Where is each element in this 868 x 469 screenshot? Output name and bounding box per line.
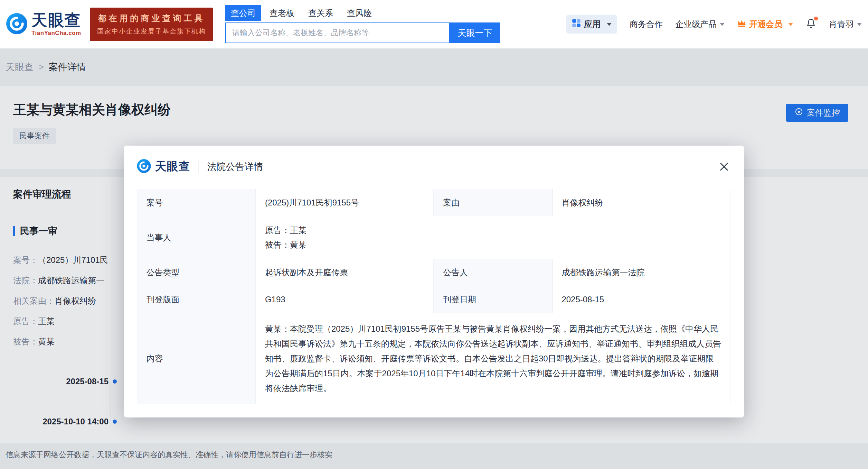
table-value-parties: 原告：王某 被告：黄某: [256, 216, 731, 259]
table-label-announcement-type: 公告类型: [138, 259, 256, 286]
search-tab-risk[interactable]: 查风险: [341, 5, 377, 21]
search-box: [225, 22, 450, 43]
logo-domain-text: TianYanCha.com: [31, 30, 81, 37]
nav-enterprise-products-label: 企业级产品: [675, 19, 717, 30]
modal-close-button[interactable]: [717, 160, 731, 174]
table-value-case-number: (2025)川7101民初9155号: [256, 189, 434, 216]
chevron-down-icon: [720, 23, 725, 26]
apps-grid-icon: [572, 19, 581, 30]
table-label-content: 内容: [138, 313, 256, 404]
tianyancha-logo[interactable]: 天眼查 TianYanCha.com: [6, 12, 81, 37]
modal-header: 天眼查 法院公告详情: [124, 146, 744, 174]
page: 天眼查 TianYanCha.com 都在用的商业查询工具 国家中小企业发展子基…: [0, 0, 868, 469]
apps-menu[interactable]: 应用: [566, 15, 617, 34]
user-account-menu[interactable]: 肖青羽: [829, 19, 862, 30]
table-value-page-section: G193: [256, 286, 434, 313]
search-tab-boss[interactable]: 查老板: [264, 5, 300, 21]
chevron-down-icon: [857, 23, 862, 26]
table-value-cause: 肖像权纠纷: [553, 189, 730, 216]
notifications-button[interactable]: [805, 18, 817, 31]
modal-title: 法院公告详情: [207, 160, 263, 173]
table-label-page-section: 刊登版面: [138, 286, 256, 313]
table-value-announcer: 成都铁路运输第一法院: [553, 259, 730, 286]
table-label-announcer: 公告人: [434, 259, 553, 286]
tianyancha-logo-icon: [6, 13, 27, 36]
modal-brand-text: 天眼查: [155, 159, 190, 174]
logo-brand-text: 天眼查: [31, 12, 81, 28]
logo-text-block: 天眼查 TianYanCha.com: [31, 12, 81, 37]
table-label-case-number: 案号: [138, 189, 256, 216]
tianyancha-logo-icon: [137, 159, 151, 174]
announcement-table: 案号 (2025)川7101民初9155号 案由 肖像权纠纷 当事人 原告：王某…: [137, 189, 731, 404]
search-input[interactable]: [226, 23, 449, 43]
modal-header-divider: [199, 160, 199, 173]
nav-business-cooperation[interactable]: 商务合作: [630, 19, 663, 30]
vip-upgrade-button[interactable]: 开通会员: [737, 19, 793, 30]
nav-enterprise-products[interactable]: 企业级产品: [675, 19, 725, 30]
top-navigation-bar: 天眼查 TianYanCha.com 都在用的商业查询工具 国家中小企业发展子基…: [0, 0, 868, 48]
chevron-down-icon: [607, 23, 612, 26]
promo-banner-line2: 国家中小企业发展子基金旗下机构: [97, 27, 206, 36]
search-row: 天眼一下: [225, 22, 500, 43]
crown-icon: [737, 19, 746, 29]
search-tab-company[interactable]: 查公司: [225, 5, 261, 21]
court-announcement-modal: 天眼查 法院公告详情 案号 (2025)川7101民初9155号 案由 肖像权纠…: [124, 146, 744, 417]
chevron-down-icon: [788, 23, 793, 26]
search-area: 查公司 查老板 查关系 查风险 天眼一下: [225, 5, 500, 43]
table-label-parties: 当事人: [138, 216, 256, 259]
vip-upgrade-label: 开通会员: [749, 19, 782, 30]
table-value-announcement-type: 起诉状副本及开庭传票: [256, 259, 434, 286]
search-button[interactable]: 天眼一下: [450, 22, 500, 43]
username-text: 肖青羽: [829, 19, 854, 30]
apps-menu-label: 应用: [584, 19, 601, 30]
table-value-content: 黄某：本院受理（2025）川7101民初9155号原告王某与被告黄某肖像权纠纷一…: [256, 313, 731, 404]
promo-banner: 都在用的商业查询工具 国家中小企业发展子基金旗下机构: [90, 8, 213, 41]
close-icon: [719, 162, 729, 172]
promo-banner-line1: 都在用的商业查询工具: [97, 13, 206, 24]
table-label-publish-date: 刊登日期: [434, 286, 553, 313]
header-nav: 应用 商务合作 企业级产品 开通会员: [566, 15, 862, 34]
party-defendant: 被告：黄某: [265, 238, 306, 252]
table-label-cause: 案由: [434, 189, 553, 216]
party-plaintiff: 原告：王某: [265, 223, 306, 238]
search-tabs: 查公司 查老板 查关系 查风险: [225, 5, 500, 21]
table-value-publish-date: 2025-08-15: [553, 286, 730, 313]
notification-badge-dot: [814, 17, 818, 20]
search-tab-relation[interactable]: 查关系: [303, 5, 339, 21]
